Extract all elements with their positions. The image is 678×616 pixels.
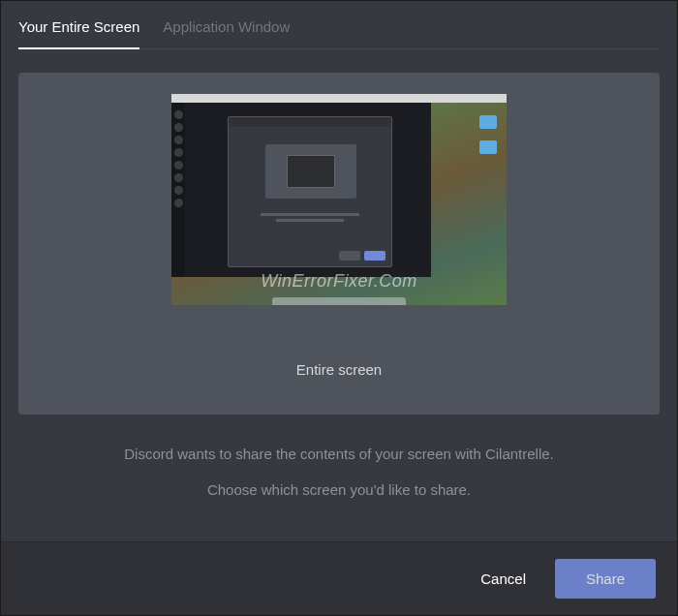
macos-menubar	[171, 94, 507, 103]
screen-share-dialog: Your Entire Screen Application Window	[0, 0, 678, 616]
server-icon	[174, 110, 183, 119]
dialog-body: Your Entire Screen Application Window	[1, 1, 677, 541]
server-icon	[174, 123, 183, 132]
share-button[interactable]: Share	[555, 559, 656, 599]
server-icon	[174, 186, 183, 195]
server-icon	[174, 173, 183, 182]
nested-share-button	[364, 251, 385, 261]
screen-option-label: Entire screen	[296, 361, 382, 378]
tab-bar: Your Entire Screen Application Window	[18, 18, 660, 49]
server-icon	[174, 136, 183, 144]
screen-thumbnail: WinErrorFixer.Com	[171, 94, 507, 305]
nested-buttons	[339, 251, 385, 261]
discord-window	[171, 103, 431, 277]
info-line-1: Discord wants to share the contents of y…	[18, 444, 660, 464]
server-icon	[174, 161, 183, 169]
folder-icon	[479, 115, 497, 129]
nested-share-dialog	[228, 116, 392, 267]
nested-thumbnail	[265, 144, 356, 199]
server-icon	[174, 148, 183, 157]
nested-thumbnail-inner	[287, 155, 335, 188]
cancel-button[interactable]: Cancel	[480, 570, 526, 587]
server-icon	[174, 199, 183, 207]
info-line-2: Choose which screen you'd like to share.	[18, 479, 660, 500]
tab-label: Your Entire Screen	[18, 18, 139, 35]
macos-dock	[272, 297, 406, 305]
info-section: Discord wants to share the contents of y…	[18, 444, 660, 500]
nested-dialog-header	[229, 117, 391, 127]
tab-application-window[interactable]: Application Window	[163, 18, 290, 48]
screen-option-card[interactable]: WinErrorFixer.Com Entire screen	[18, 73, 660, 415]
server-list	[171, 103, 185, 277]
tab-entire-screen[interactable]: Your Entire Screen	[18, 18, 139, 48]
tab-label: Application Window	[163, 18, 290, 35]
nested-cancel-button	[339, 251, 360, 261]
folder-icon	[479, 140, 497, 154]
nested-info-text	[248, 210, 372, 224]
dialog-footer: Cancel Share	[1, 541, 677, 615]
